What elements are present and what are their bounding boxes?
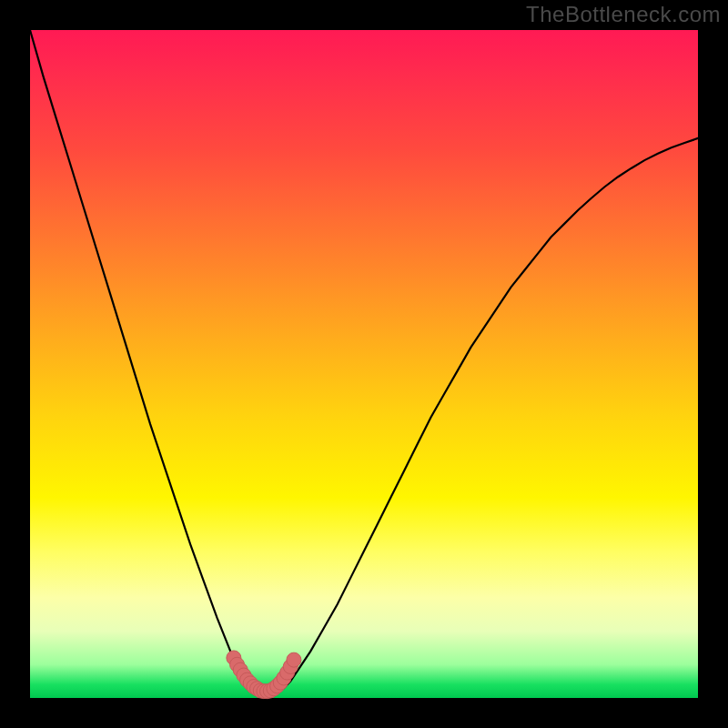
bottleneck-curve — [30, 30, 698, 693]
marker-point — [287, 652, 301, 667]
plot-area — [30, 30, 698, 698]
chart-frame: TheBottleneck.com — [0, 0, 728, 728]
chart-svg — [30, 30, 698, 698]
marker-group — [227, 651, 301, 699]
watermark-text: TheBottleneck.com — [526, 2, 721, 27]
